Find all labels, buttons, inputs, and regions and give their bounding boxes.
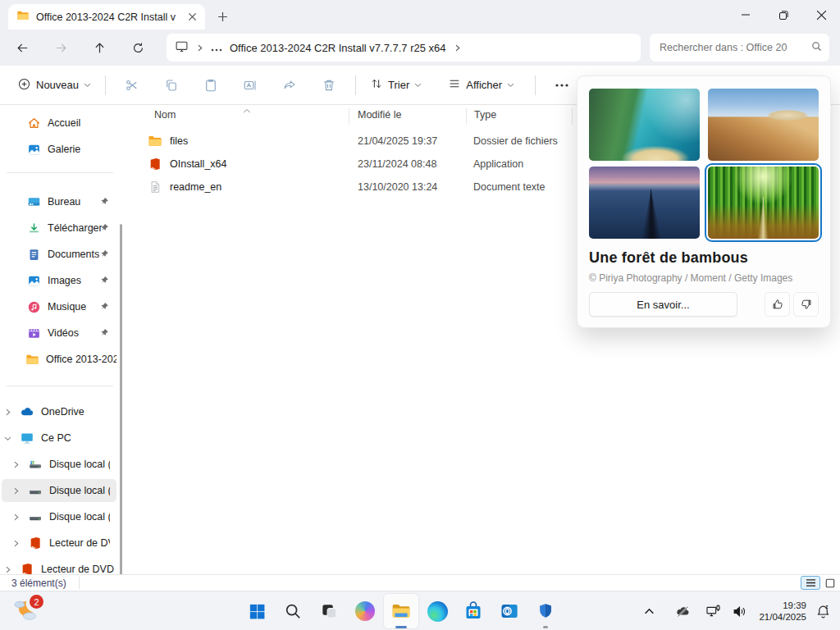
sidebar-item-musique[interactable]: Musique bbox=[2, 295, 116, 318]
taskbar-center-icons bbox=[239, 593, 564, 629]
network-ethernet-icon[interactable] bbox=[702, 600, 724, 622]
view-button[interactable]: Afficher bbox=[441, 71, 522, 99]
hidden-icons-chevron[interactable] bbox=[638, 600, 660, 622]
thumbs-down-button[interactable] bbox=[793, 292, 819, 317]
edge-button[interactable] bbox=[419, 593, 455, 629]
sort-button-label: Trier bbox=[388, 79, 409, 91]
navigation-pane: Accueil Galerie Bureau Téléchargements bbox=[0, 105, 125, 574]
close-button[interactable] bbox=[802, 0, 840, 30]
divider bbox=[7, 386, 113, 386]
home-icon bbox=[26, 116, 41, 130]
chevron-right-icon[interactable] bbox=[10, 514, 21, 521]
notification-bell-icon[interactable]: z bbox=[812, 600, 833, 622]
gallery-icon bbox=[26, 142, 41, 157]
taskbar-search-button[interactable] bbox=[275, 593, 311, 629]
outlook-button[interactable] bbox=[491, 593, 527, 629]
chevron-right-icon[interactable] bbox=[2, 566, 13, 573]
thumbs-up-button[interactable] bbox=[765, 292, 790, 317]
sort-ascending-icon bbox=[243, 103, 251, 117]
drive-windows-icon bbox=[28, 457, 43, 472]
sidebar-item-lecteur-dvd[interactable]: Lecteur de DVD bbox=[2, 558, 116, 574]
sidebar-item-disque-d[interactable]: Disque local (D:) bbox=[2, 479, 116, 502]
sidebar-item-office-folder[interactable]: Office 2013-2024 bbox=[2, 348, 116, 371]
breadcrumb-chevron-icon[interactable] bbox=[196, 40, 203, 55]
microsoft-store-button[interactable] bbox=[455, 593, 491, 629]
column-header-type[interactable]: Type bbox=[474, 109, 496, 121]
forward-button[interactable] bbox=[47, 34, 75, 62]
search-icon[interactable] bbox=[810, 40, 823, 56]
refresh-button[interactable] bbox=[124, 34, 152, 62]
up-button[interactable] bbox=[85, 34, 113, 62]
share-button[interactable] bbox=[276, 71, 304, 99]
sidebar-item-ce-pc[interactable]: Ce PC bbox=[2, 427, 116, 450]
pin-icon bbox=[99, 221, 110, 236]
chevron-right-icon[interactable] bbox=[10, 540, 21, 547]
sidebar-item-onedrive[interactable]: OneDrive bbox=[2, 400, 116, 423]
item-count: 3 élément(s) bbox=[11, 578, 66, 589]
large-icons-view-toggle[interactable] bbox=[820, 576, 840, 590]
onedrive-icon bbox=[20, 404, 34, 419]
sidebar-item-images[interactable]: Images bbox=[2, 269, 116, 292]
sidebar-item-disque-e[interactable]: Disque local (E:) bbox=[2, 505, 116, 528]
sidebar-item-telechargements[interactable]: Téléchargements bbox=[2, 217, 116, 240]
spotlight-thumb-pier-at-dusk[interactable] bbox=[589, 167, 700, 239]
status-bar: 3 élément(s) bbox=[0, 574, 840, 591]
spotlight-credit: © Piriya Photography / Moment / Getty Im… bbox=[589, 272, 819, 284]
spotlight-thumb-ronda-cliff-village[interactable] bbox=[708, 89, 819, 161]
volume-icon[interactable] bbox=[728, 600, 750, 622]
sidebar-item-galerie[interactable]: Galerie bbox=[2, 138, 116, 161]
window-controls bbox=[727, 0, 840, 30]
new-button[interactable]: Nouveau bbox=[10, 71, 98, 99]
folder-icon bbox=[16, 9, 30, 25]
sidebar-item-disque-c[interactable]: Disque local (C:) bbox=[2, 453, 116, 476]
sidebar-item-accueil[interactable]: Accueil bbox=[2, 112, 116, 135]
file-explorer-button[interactable] bbox=[383, 593, 419, 629]
column-header-modifie[interactable]: Modifié le bbox=[358, 109, 402, 121]
breadcrumb-chevron-icon[interactable] bbox=[454, 40, 461, 55]
search-input[interactable] bbox=[660, 42, 810, 53]
copy-button[interactable] bbox=[158, 71, 185, 99]
sort-button[interactable]: Trier bbox=[363, 71, 429, 99]
paste-button[interactable] bbox=[197, 71, 225, 99]
chevron-right-icon[interactable] bbox=[10, 461, 21, 468]
spotlight-thumb-cliff-beach[interactable] bbox=[589, 89, 700, 161]
sidebar-item-videos[interactable]: Vidéos bbox=[2, 322, 116, 345]
copilot-button[interactable] bbox=[347, 593, 383, 629]
chevron-right-icon[interactable] bbox=[10, 487, 21, 495]
chevron-down-icon[interactable] bbox=[2, 435, 13, 442]
sidebar-item-bureau[interactable]: Bureau bbox=[2, 190, 116, 213]
tab-close-button[interactable] bbox=[184, 9, 200, 25]
task-view-button[interactable] bbox=[311, 593, 347, 629]
onedrive-off-icon[interactable] bbox=[672, 600, 693, 622]
details-view-toggle[interactable] bbox=[801, 576, 820, 590]
address-bar[interactable]: Office 2013-2024 C2R Install v7.7.7.7 r2… bbox=[167, 34, 641, 62]
divider bbox=[7, 172, 113, 173]
delete-button[interactable] bbox=[315, 71, 343, 99]
defender-shield-icon bbox=[536, 602, 555, 620]
new-tab-button[interactable] bbox=[212, 7, 233, 26]
divider bbox=[105, 75, 106, 95]
this-pc-icon bbox=[20, 431, 34, 445]
sort-icon bbox=[370, 77, 383, 93]
explorer-tab[interactable]: Office 2013-2024 C2R Install v bbox=[8, 4, 205, 30]
chevron-right-icon[interactable] bbox=[2, 409, 13, 416]
taskbar: 2 bbox=[0, 591, 840, 630]
minimize-button[interactable] bbox=[727, 0, 765, 30]
taskbar-clock[interactable]: 19:39 21/04/2025 bbox=[759, 600, 806, 623]
windows-security-button[interactable] bbox=[527, 593, 564, 629]
spotlight-thumb-bamboo-forest-selected[interactable] bbox=[708, 167, 819, 239]
back-button[interactable] bbox=[8, 34, 36, 62]
column-header-nom[interactable]: Nom bbox=[154, 109, 176, 121]
weather-widget[interactable]: 2 bbox=[10, 595, 49, 628]
start-button[interactable] bbox=[239, 593, 275, 629]
breadcrumb-ellipsis[interactable] bbox=[211, 40, 222, 55]
more-options-button[interactable] bbox=[548, 71, 576, 99]
maximize-restore-button[interactable] bbox=[765, 0, 802, 30]
sidebar-item-lecteur-dvd[interactable]: Lecteur de DVD bbox=[2, 532, 116, 555]
cut-button[interactable] bbox=[118, 71, 146, 99]
rename-button[interactable] bbox=[236, 71, 264, 99]
sidebar-item-documents[interactable]: Documents bbox=[2, 243, 116, 266]
breadcrumb-path[interactable]: Office 2013-2024 C2R Install v7.7.7.7 r2… bbox=[230, 42, 446, 54]
sidebar-scrollbar[interactable] bbox=[120, 224, 122, 574]
learn-more-button[interactable]: En savoir... bbox=[589, 292, 737, 317]
